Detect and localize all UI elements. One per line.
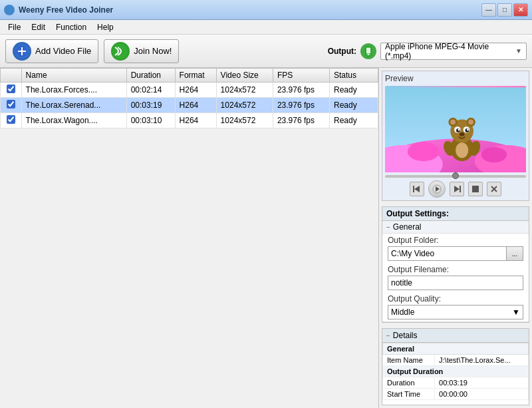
- general-settings-section: − General Output Folder: ... Output File…: [382, 221, 529, 322]
- details-start-time-row: Start Time 00:00:00: [383, 389, 529, 400]
- svg-point-6: [368, 54, 369, 55]
- svg-marker-30: [414, 186, 420, 192]
- filename-input[interactable]: [388, 276, 523, 290]
- folder-browse-button[interactable]: ...: [506, 246, 523, 261]
- table-row[interactable]: The.Lorax.Serenad... 00:03:19 H264 1024x…: [1, 98, 378, 113]
- menu-function[interactable]: Function: [51, 21, 92, 33]
- filename-label: Output Filename:: [388, 265, 523, 274]
- main-content: Name Duration Format Video Size FPS Stat…: [0, 68, 532, 408]
- output-duration-label: Output Duration: [387, 367, 443, 375]
- preview-section: Preview: [382, 71, 529, 201]
- quality-label: Output Quality:: [388, 294, 523, 304]
- output-settings-header: Output Settings:: [382, 207, 529, 221]
- collapse-general-icon[interactable]: −: [386, 224, 390, 231]
- row3-format: H264: [175, 113, 216, 128]
- table-header-row: Name Duration Format Video Size FPS Stat…: [1, 69, 378, 83]
- row2-check-cell[interactable]: [1, 98, 22, 113]
- seek-handle[interactable]: [452, 172, 459, 179]
- table-row[interactable]: The.Lorax.Forces.... 00:02:14 H264 1024x…: [1, 83, 378, 98]
- row2-checkbox[interactable]: [7, 100, 15, 108]
- maximize-button[interactable]: □: [497, 3, 512, 17]
- general-section-label: General: [393, 222, 422, 232]
- quality-dropdown[interactable]: Middle ▼: [388, 305, 523, 319]
- svg-rect-5: [366, 48, 370, 53]
- preview-label: Preview: [385, 74, 526, 83]
- app-icon: [4, 5, 15, 15]
- col-duration: Duration: [126, 69, 175, 83]
- row1-status: Ready: [330, 83, 378, 98]
- col-name: Name: [21, 69, 126, 83]
- svg-point-27: [408, 142, 440, 161]
- row1-check-cell[interactable]: [1, 83, 22, 98]
- col-check: [1, 69, 22, 83]
- row1-checkbox[interactable]: [7, 85, 15, 93]
- col-fps: FPS: [273, 69, 329, 83]
- preview-controls: [385, 180, 526, 198]
- row2-size: 1024x572: [216, 98, 273, 113]
- quality-row: Output Quality: Middle ▼: [382, 292, 529, 321]
- row3-checkbox[interactable]: [7, 115, 15, 124]
- details-item-name-label: Item Name: [383, 355, 435, 366]
- details-item-name-value: J:\test\The.Lorax.Se...: [435, 355, 529, 366]
- row1-size: 1024x572: [216, 83, 273, 98]
- minimize-button[interactable]: —: [481, 3, 496, 17]
- row3-size: 1024x572: [216, 113, 273, 128]
- details-item-name-row: Item Name J:\test\The.Lorax.Se...: [383, 355, 529, 366]
- prev-button[interactable]: [410, 182, 424, 196]
- details-scroll[interactable]: General Item Name J:\test\The.Lorax.Se..…: [382, 343, 529, 400]
- file-table: Name Duration Format Video Size FPS Stat…: [0, 68, 378, 128]
- row3-status: Ready: [330, 113, 378, 128]
- close-button[interactable]: ✕: [513, 3, 528, 17]
- details-general-header: General: [383, 343, 529, 355]
- quality-value: Middle: [391, 307, 414, 317]
- title-controls: — □ ✕: [481, 3, 528, 17]
- svg-point-26: [456, 142, 468, 158]
- preview-video: [385, 86, 526, 172]
- file-panel: Name Duration Format Video Size FPS Stat…: [0, 68, 379, 408]
- add-video-label: Add Video File: [35, 46, 91, 56]
- details-table: General Item Name J:\test\The.Lorax.Se..…: [382, 343, 529, 400]
- svg-rect-35: [472, 186, 479, 192]
- preview-seekbar[interactable]: [385, 175, 526, 178]
- details-start-time-value: 00:00:00: [435, 389, 529, 400]
- menu-file[interactable]: File: [3, 21, 26, 33]
- folder-input[interactable]: [388, 246, 506, 261]
- play-button[interactable]: [428, 180, 446, 198]
- folder-row: Output Folder: ...: [382, 234, 529, 263]
- output-format-value: Apple iPhone MPEG-4 Movie (*.mp4): [385, 42, 515, 61]
- details-duration-value: 00:03:19: [435, 377, 529, 389]
- menu-help[interactable]: Help: [92, 21, 119, 33]
- details-duration-label: Duration: [383, 377, 435, 389]
- table-row[interactable]: The.Lorax.Wagon.... 00:03:10 H264 1024x5…: [1, 113, 378, 128]
- add-video-button[interactable]: Add Video File: [5, 39, 98, 63]
- toolbar: Add Video File Join Now! Output: Apple i…: [0, 35, 532, 68]
- details-general-label: General: [387, 345, 414, 353]
- right-panel: Preview: [379, 68, 532, 408]
- file-table-body: The.Lorax.Forces.... 00:02:14 H264 1024x…: [1, 83, 378, 128]
- title-bar: Weeny Free Video Joiner — □ ✕: [0, 0, 532, 20]
- stop-button[interactable]: [468, 182, 483, 196]
- collapse-details-icon[interactable]: −: [386, 332, 390, 339]
- dropdown-arrow-icon: ▼: [515, 47, 522, 55]
- row3-check-cell[interactable]: [1, 113, 22, 128]
- close-player-button[interactable]: [487, 182, 501, 196]
- output-duration-header: Output Duration: [383, 366, 529, 377]
- join-now-label: Join Now!: [134, 46, 172, 56]
- svg-point-21: [458, 129, 460, 131]
- menu-edit[interactable]: Edit: [26, 21, 51, 33]
- window-title: Weeny Free Video Joiner: [19, 5, 113, 15]
- row2-status: Ready: [330, 98, 378, 113]
- folder-label: Output Folder:: [388, 236, 523, 245]
- row2-format: H264: [175, 98, 216, 113]
- output-format-dropdown[interactable]: Apple iPhone MPEG-4 Movie (*.mp4) ▼: [380, 43, 527, 60]
- svg-point-22: [467, 129, 469, 131]
- phone-icon: [360, 43, 376, 59]
- quality-dropdown-arrow-icon: ▼: [512, 307, 520, 317]
- title-bar-left: Weeny Free Video Joiner: [4, 5, 113, 15]
- row1-format: H264: [175, 83, 216, 98]
- details-duration-row: Duration 00:03:19: [383, 377, 529, 389]
- col-size: Video Size: [216, 69, 273, 83]
- join-now-button[interactable]: Join Now!: [104, 39, 179, 63]
- next-button[interactable]: [450, 182, 464, 196]
- row3-fps: 23.976 fps: [273, 113, 329, 128]
